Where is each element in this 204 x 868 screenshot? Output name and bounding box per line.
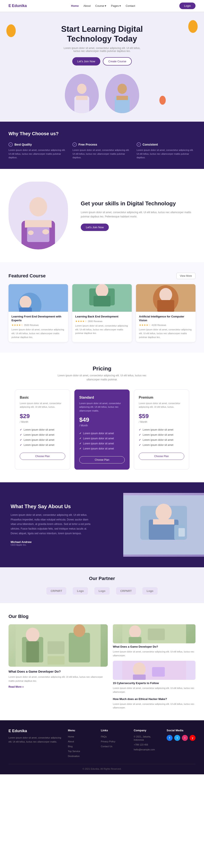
pricing-choose-premium[interactable]: Choose Plan [139,453,184,460]
testimonial-title: What They Say About Us [10,503,112,509]
footer-logo-e: E [8,729,12,733]
skills-join-button[interactable]: Let's Join Now [81,223,109,231]
svg-rect-5 [117,96,128,100]
check-icon-0: ✓ [8,143,13,147]
footer-grid: E Edunika Lorem ipsum dolor sit amet, co… [8,729,196,757]
decor-orange [159,96,166,105]
svg-rect-30 [178,528,185,536]
why-card-title-0: ✓ Best Quality [8,143,67,147]
svg-rect-45 [133,675,146,680]
twitter-icon[interactable]: t [174,735,180,741]
svg-rect-19 [94,296,110,306]
course-thumb-2 [136,284,196,312]
blog-read-more-link[interactable]: Read More » [8,685,24,688]
why-card-text-0: Lorem ipsum dolor sit amet, consectetur … [8,148,67,160]
blog-side-title-0: What Does a Game Developer Do? [113,645,196,648]
chevron-down-icon: ▾ [105,4,106,7]
svg-point-22 [159,288,172,302]
svg-rect-41 [129,637,141,643]
partner-logo-3: CRPNRT [116,587,136,595]
footer-col-menu: Menu Home About Blog Top Service Destina… [68,729,95,757]
pricing-feature-prem-1: Lorem ipsum dolor sit amet [139,432,184,437]
pricing-subtitle: Lorem ipsum dolor sit amet, consectetur … [57,374,147,382]
course-stars-1: ★★★★☆ 2800 Reviews [75,320,129,323]
blog-sidebar: What Does a Game Developer Do? Lorem ips… [113,624,196,710]
hero-section: Start Learning Digital Technology Today … [0,12,204,122]
pricing-feature-basic-3: Lorem ipsum dolor sit amet [20,442,65,447]
facebook-icon[interactable]: f [167,735,173,741]
skills-image [8,182,72,249]
testimonial-section: What They Say About Us Lorem ipsum dolor… [0,482,204,567]
course-body-1: Learning Back End Development ★★★★☆ 2800… [72,312,132,338]
svg-point-33 [26,628,39,642]
svg-point-10 [28,230,33,235]
nav-links: Home About Course ▾ Pages ▾ Contact [71,4,135,7]
person-svg-left [70,79,94,113]
pricing-choose-basic[interactable]: Choose Plan [20,453,65,460]
pricing-period-standard: / Month [79,424,125,427]
nav-home[interactable]: Home [71,4,79,7]
svg-point-3 [118,84,127,94]
login-button[interactable]: Login [179,3,196,9]
course-stars-0: ★★★★☆ 3500 Reviews [11,323,65,327]
blog-layout: What Does a Game Developer Do? Lorem ips… [8,624,196,710]
hero-person-left [65,74,99,113]
testimonial-person-svg [123,495,204,555]
blog-side-desc-0: Lorem ipsum dolor sit amet, consectetur … [113,650,196,657]
hero-join-button[interactable]: Let's Join Now [72,57,100,65]
footer-col-menu-title: Menu [68,729,95,732]
courses-title: Featured Course [8,273,46,279]
course-name-2: Artificial Intelligence for Computer Vis… [139,315,193,322]
svg-point-18 [96,284,108,297]
nav-contact[interactable]: Contact [126,4,135,7]
course-card-2: Artificial Intelligence for Computer Vis… [136,284,196,342]
person-svg-right [110,79,134,113]
testimonial-author: Michael Andrew [10,540,112,544]
pricing-feature-prem-2: Lorem ipsum dolor sit amet [139,437,184,442]
testimonial-content: What They Say About Us Lorem ipsum dolor… [0,493,123,557]
footer-desc: Lorem ipsum dolor sit amet, consectetur … [8,736,61,744]
pricing-cards: Basic Lorem ipsum dolor sit amet, consec… [8,390,196,470]
nav-about[interactable]: About [83,4,91,7]
footer-menu-destination: Destination [68,754,95,757]
view-more-button[interactable]: View More [176,273,196,279]
partners-section: Our Partner CRPNRT Logo Logo CRPNRT Logo [0,567,204,603]
svg-point-26 [156,504,172,521]
testimonial-text: Lorem ipsum dolor sit amet, consectetur … [10,513,92,536]
nav-course[interactable]: Course ▾ [95,4,106,7]
footer-bottom: © 2021 Edunika. All Rights Reserved. [8,764,196,770]
youtube-icon[interactable]: y [189,735,196,741]
pricing-price-basic: $29 [20,413,65,420]
blog-main-img-svg [8,624,108,667]
pricing-feature-std-2: Lorem ipsum dolor sit amet [79,441,125,446]
partner-logo-1: Logo [73,587,88,595]
pricing-desc-premium: Lorem ipsum dolor sit amet, consectetur … [139,402,184,409]
pricing-features-standard: Lorem ipsum dolor sit amet Lorem ipsum d… [79,431,125,451]
why-cards: ✓ Best Quality Lorem ipsum dolor sit ame… [8,143,196,160]
pricing-choose-standard[interactable]: Choose Plan [79,456,125,463]
why-card-2: ✓ Consistent Lorem ipsum dolor sit amet,… [137,143,196,160]
footer-menu-home: Home [68,735,95,738]
check-icon-1: ✓ [73,143,77,147]
blog-side-item-1: 15 Cybersecurity Experts to Follow Lorem… [113,661,196,694]
footer-col-company-title: Company [134,729,160,732]
footer-company-addr: © 2021, Jakarta, Indonesia [134,735,160,741]
hero-person-right [105,74,139,113]
pricing-plan-premium: Premium [139,396,184,399]
course-desc-2: Lorem ipsum dolor sit amet, consectetur … [139,328,193,339]
pricing-desc-basic: Lorem ipsum dolor sit amet, consectetur … [20,402,65,409]
why-card-1: ✓ Free Process Lorem ipsum dolor sit ame… [73,143,131,160]
skills-person-img [8,182,68,249]
pricing-card-premium: Premium Lorem ipsum dolor sit amet, cons… [134,390,189,470]
course-name-0: Learning Front End Development with Expe… [11,315,65,322]
chevron-down-icon: ▾ [120,4,121,7]
footer-col-links: Links FAQs Privacy Policy Contact Us [101,729,127,757]
footer-col-links-title: Links [101,729,127,732]
instagram-icon[interactable]: i [182,735,188,741]
hero-create-button[interactable]: Create Course [103,57,132,65]
svg-point-44 [133,662,146,676]
footer-link-privacy: Privacy Policy [101,740,127,743]
nav-pages[interactable]: Pages ▾ [111,4,121,7]
blog-side-desc-2: Lorem ipsum dolor sit amet, consectetur … [113,702,196,710]
partner-logo-0: CRPNRT [46,587,66,595]
